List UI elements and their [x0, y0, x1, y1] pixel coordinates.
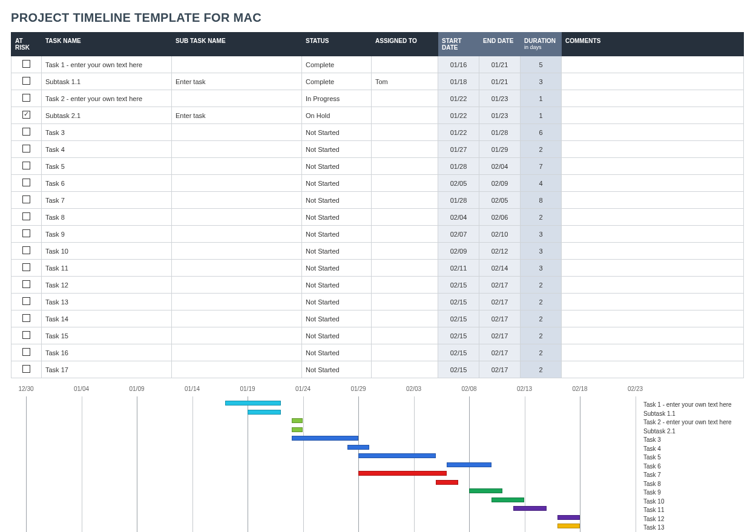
cell-start[interactable]: 02/11: [438, 260, 479, 277]
cell-comments[interactable]: [562, 243, 744, 260]
cell-end[interactable]: 02/17: [479, 277, 521, 294]
cell-comments[interactable]: [562, 158, 744, 175]
cell-task[interactable]: Task 1 - enter your own text here: [42, 56, 172, 73]
cell-status[interactable]: Not Started: [302, 158, 372, 175]
cell-task[interactable]: Task 9: [42, 226, 172, 243]
cell-status[interactable]: Not Started: [302, 361, 372, 378]
cell-end[interactable]: 01/28: [479, 124, 521, 141]
cell-comments[interactable]: [562, 192, 744, 209]
at-risk-checkbox[interactable]: [22, 128, 30, 136]
cell-status[interactable]: Not Started: [302, 294, 372, 310]
cell-assigned[interactable]: [372, 175, 438, 192]
at-risk-checkbox[interactable]: [22, 212, 30, 220]
cell-subtask[interactable]: [172, 90, 302, 107]
cell-comments[interactable]: [562, 327, 744, 344]
cell-assigned[interactable]: [372, 107, 438, 124]
cell-assigned[interactable]: [372, 124, 438, 141]
cell-end[interactable]: 02/12: [479, 243, 521, 260]
cell-task[interactable]: Task 14: [42, 310, 172, 327]
cell-subtask[interactable]: Enter task: [172, 107, 302, 124]
cell-assigned[interactable]: [372, 90, 438, 107]
at-risk-checkbox[interactable]: [22, 331, 30, 339]
cell-task[interactable]: Task 16: [42, 344, 172, 361]
cell-comments[interactable]: [562, 107, 744, 124]
at-risk-checkbox[interactable]: [22, 111, 30, 119]
cell-status[interactable]: Not Started: [302, 243, 372, 260]
cell-start[interactable]: 01/28: [438, 192, 479, 209]
cell-status[interactable]: Not Started: [302, 175, 372, 192]
at-risk-checkbox[interactable]: [22, 94, 30, 102]
cell-task[interactable]: Task 7: [42, 192, 172, 209]
at-risk-checkbox[interactable]: [22, 77, 30, 85]
cell-assigned[interactable]: [372, 243, 438, 260]
cell-status[interactable]: Complete: [302, 73, 372, 90]
cell-start[interactable]: 02/15: [438, 344, 479, 361]
cell-assigned[interactable]: [372, 277, 438, 294]
at-risk-checkbox[interactable]: [22, 348, 30, 356]
cell-status[interactable]: Not Started: [302, 192, 372, 209]
cell-end[interactable]: 02/06: [479, 209, 521, 226]
cell-task[interactable]: Task 8: [42, 209, 172, 226]
cell-task[interactable]: Task 12: [42, 277, 172, 294]
cell-start[interactable]: 02/15: [438, 294, 479, 310]
cell-subtask[interactable]: [172, 310, 302, 327]
cell-status[interactable]: Not Started: [302, 327, 372, 344]
cell-comments[interactable]: [562, 277, 744, 294]
cell-end[interactable]: 02/17: [479, 294, 521, 310]
cell-task[interactable]: Task 2 - enter your own text here: [42, 90, 172, 107]
cell-subtask[interactable]: [172, 344, 302, 361]
cell-task[interactable]: Task 6: [42, 175, 172, 192]
cell-start[interactable]: 02/04: [438, 209, 479, 226]
cell-status[interactable]: Not Started: [302, 209, 372, 226]
cell-subtask[interactable]: [172, 327, 302, 344]
cell-end[interactable]: 02/09: [479, 175, 521, 192]
at-risk-checkbox[interactable]: [22, 280, 30, 288]
cell-comments[interactable]: [562, 73, 744, 90]
cell-start[interactable]: 02/15: [438, 361, 479, 378]
at-risk-checkbox[interactable]: [22, 179, 30, 186]
at-risk-checkbox[interactable]: [22, 195, 30, 203]
cell-comments[interactable]: [562, 260, 744, 277]
cell-subtask[interactable]: [172, 243, 302, 260]
cell-end[interactable]: 02/17: [479, 361, 521, 378]
cell-subtask[interactable]: [172, 175, 302, 192]
cell-assigned[interactable]: [372, 361, 438, 378]
cell-task[interactable]: Subtask 2.1: [42, 107, 172, 124]
cell-subtask[interactable]: [172, 209, 302, 226]
cell-comments[interactable]: [562, 294, 744, 310]
cell-end[interactable]: 02/05: [479, 192, 521, 209]
cell-assigned[interactable]: [372, 310, 438, 327]
at-risk-checkbox[interactable]: [22, 145, 30, 153]
cell-status[interactable]: In Progress: [302, 90, 372, 107]
cell-task[interactable]: Task 5: [42, 158, 172, 175]
cell-end[interactable]: 01/21: [479, 56, 521, 73]
cell-subtask[interactable]: [172, 294, 302, 310]
cell-end[interactable]: 02/17: [479, 327, 521, 344]
cell-start[interactable]: 01/27: [438, 141, 479, 158]
cell-assigned[interactable]: [372, 327, 438, 344]
cell-assigned[interactable]: [372, 141, 438, 158]
cell-status[interactable]: Not Started: [302, 260, 372, 277]
cell-start[interactable]: 01/22: [438, 124, 479, 141]
cell-assigned[interactable]: [372, 260, 438, 277]
cell-assigned[interactable]: Tom: [372, 73, 438, 90]
cell-end[interactable]: 02/10: [479, 226, 521, 243]
cell-task[interactable]: Task 3: [42, 124, 172, 141]
cell-end[interactable]: 02/04: [479, 158, 521, 175]
cell-comments[interactable]: [562, 344, 744, 361]
cell-end[interactable]: 01/29: [479, 141, 521, 158]
cell-comments[interactable]: [562, 90, 744, 107]
cell-comments[interactable]: [562, 209, 744, 226]
cell-start[interactable]: 02/09: [438, 243, 479, 260]
cell-start[interactable]: 01/18: [438, 73, 479, 90]
at-risk-checkbox[interactable]: [22, 246, 30, 254]
cell-assigned[interactable]: [372, 294, 438, 310]
cell-status[interactable]: Not Started: [302, 310, 372, 327]
cell-assigned[interactable]: [372, 192, 438, 209]
cell-status[interactable]: Not Started: [302, 226, 372, 243]
cell-subtask[interactable]: [172, 361, 302, 378]
cell-comments[interactable]: [562, 124, 744, 141]
cell-end[interactable]: 02/14: [479, 260, 521, 277]
cell-status[interactable]: Not Started: [302, 344, 372, 361]
cell-start[interactable]: 01/22: [438, 90, 479, 107]
